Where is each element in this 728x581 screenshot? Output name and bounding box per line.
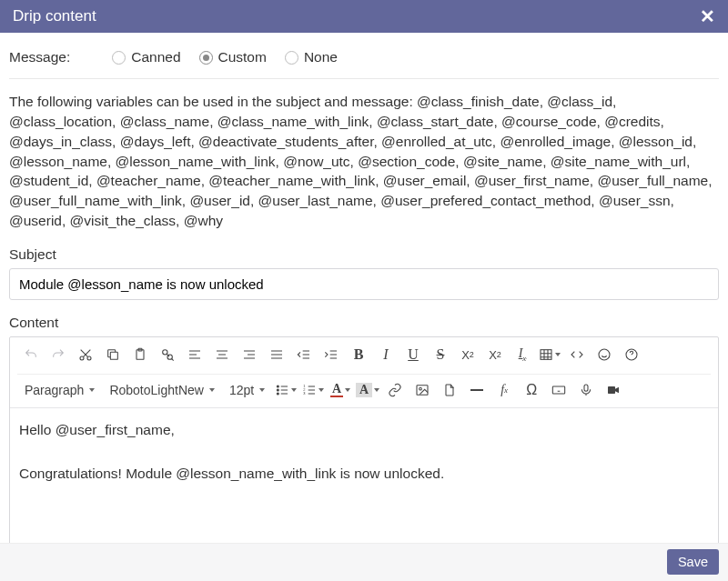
titlebar: Drip content ✕ — [0, 0, 728, 33]
text-color-icon[interactable]: A — [327, 378, 354, 402]
message-radio-group: Canned Custom None — [112, 49, 338, 65]
microphone-icon[interactable] — [572, 378, 600, 402]
file-icon[interactable] — [436, 378, 463, 402]
svg-point-17 — [420, 388, 422, 391]
find-replace-icon[interactable] — [154, 343, 181, 366]
background-color-icon[interactable]: A — [354, 378, 381, 402]
align-justify-icon[interactable] — [263, 343, 290, 366]
redo-icon[interactable] — [45, 343, 72, 366]
svg-rect-7 — [541, 350, 551, 360]
horizontal-rule-icon[interactable] — [463, 378, 490, 402]
align-right-icon[interactable] — [236, 343, 263, 366]
subject-label: Subject — [9, 246, 719, 263]
drip-content-modal: Drip content ✕ Message: Canned Custom No… — [0, 0, 728, 581]
radio-icon — [112, 51, 126, 65]
svg-point-5 — [163, 350, 167, 355]
link-icon[interactable] — [381, 378, 409, 402]
subject-input[interactable] — [9, 268, 719, 300]
message-row: Message: Canned Custom None — [9, 49, 719, 65]
emoji-icon[interactable] — [591, 343, 618, 366]
svg-point-8 — [599, 349, 610, 360]
body-line: Congratulations! Module @lesson_name_wit… — [19, 463, 709, 484]
svg-point-0 — [80, 356, 84, 360]
bold-icon[interactable]: B — [345, 343, 372, 366]
svg-rect-18 — [552, 386, 564, 394]
svg-point-1 — [87, 356, 91, 360]
copy-icon[interactable] — [99, 343, 126, 366]
underline-icon[interactable]: U — [399, 343, 427, 366]
indent-icon[interactable] — [318, 343, 345, 366]
clear-formatting-icon[interactable]: Ix — [509, 343, 536, 366]
modal-body: Message: Canned Custom None The followin… — [0, 33, 728, 542]
radio-label: Canned — [131, 49, 180, 65]
svg-rect-20 — [608, 386, 615, 394]
strikethrough-icon[interactable]: S — [427, 343, 454, 366]
svg-rect-19 — [584, 385, 588, 391]
subscript-icon[interactable]: X2 — [454, 343, 481, 366]
svg-point-10 — [277, 386, 278, 387]
save-button[interactable]: Save — [667, 549, 719, 575]
font-family-select[interactable]: RobotoLightNew — [102, 378, 222, 402]
svg-point-6 — [167, 355, 172, 359]
close-icon[interactable]: ✕ — [700, 7, 715, 25]
radio-canned[interactable]: Canned — [112, 49, 180, 65]
align-center-icon[interactable] — [208, 343, 236, 366]
modal-title: Drip content — [13, 7, 96, 25]
formula-icon[interactable]: fx — [490, 378, 518, 402]
radio-icon — [285, 51, 298, 65]
svg-point-12 — [277, 393, 278, 395]
message-label: Message: — [9, 49, 70, 65]
image-icon[interactable] — [409, 378, 436, 402]
rich-text-editor: B I U S X2 X2 Ix Paragraph RobotoLightNe… — [9, 336, 719, 543]
content-label: Content — [9, 315, 719, 331]
superscript-icon[interactable]: X2 — [481, 343, 509, 366]
svg-rect-16 — [417, 386, 428, 396]
font-size-select[interactable]: 12pt — [222, 378, 272, 402]
undo-icon[interactable] — [17, 343, 45, 366]
svg-text:3: 3 — [303, 392, 306, 396]
toolbar-row-2: Paragraph RobotoLightNew 12pt 123 A A fx… — [17, 374, 711, 402]
radio-none[interactable]: None — [285, 49, 338, 65]
cut-icon[interactable] — [72, 343, 99, 366]
radio-label: None — [304, 49, 338, 65]
editor-toolbar: B I U S X2 X2 Ix Paragraph RobotoLightNe… — [10, 337, 718, 408]
modal-footer: Save — [0, 543, 728, 581]
keyboard-icon[interactable] — [545, 378, 572, 402]
numbered-list-icon[interactable]: 123 — [299, 378, 327, 402]
content-editor[interactable]: Hello @user_first_name, Congratulations!… — [10, 408, 718, 543]
radio-label: Custom — [218, 49, 267, 65]
body-line: Hello @user_first_name, — [19, 419, 709, 440]
separator — [9, 78, 719, 79]
video-icon[interactable] — [600, 378, 627, 402]
help-icon[interactable] — [618, 343, 645, 366]
svg-point-11 — [277, 389, 278, 391]
block-format-select[interactable]: Paragraph — [17, 378, 102, 402]
paste-icon[interactable] — [126, 343, 154, 366]
radio-custom[interactable]: Custom — [199, 49, 267, 65]
table-icon[interactable] — [536, 343, 563, 366]
code-icon[interactable] — [563, 343, 591, 366]
align-left-icon[interactable] — [181, 343, 208, 366]
omega-icon[interactable]: Ω — [518, 378, 545, 402]
bullet-list-icon[interactable] — [272, 378, 299, 402]
outdent-icon[interactable] — [290, 343, 318, 366]
svg-rect-2 — [110, 353, 117, 360]
variables-help-text: The following variables can be used in t… — [9, 92, 719, 230]
radio-icon — [199, 51, 213, 65]
italic-icon[interactable]: I — [372, 343, 399, 366]
